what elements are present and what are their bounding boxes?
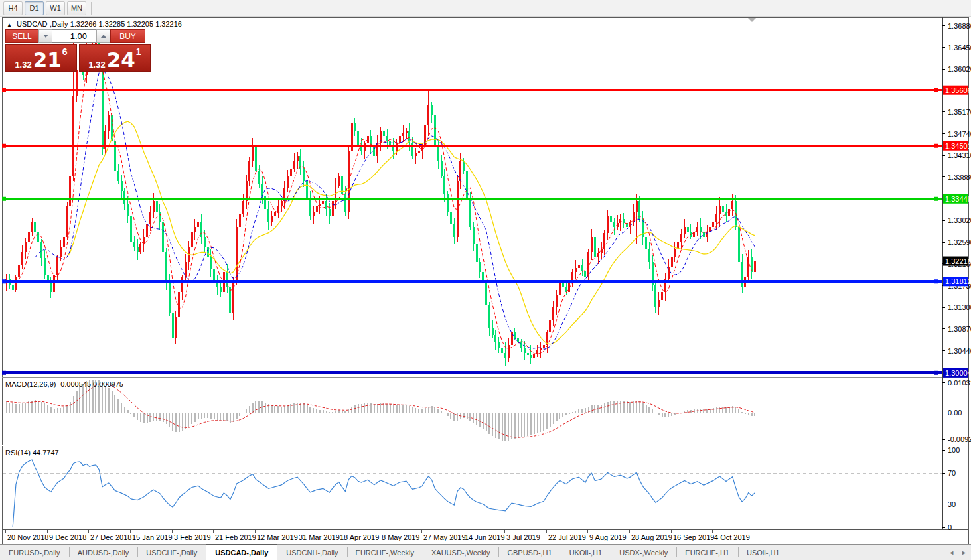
sell-button[interactable]: SELL	[5, 29, 38, 43]
svg-text:3 Feb 2019: 3 Feb 2019	[174, 533, 211, 541]
svg-text:31 Mar 2019: 31 Mar 2019	[299, 533, 340, 541]
svg-text:4 Oct 2019: 4 Oct 2019	[714, 533, 750, 541]
hline-anchor-right[interactable]	[934, 371, 938, 375]
terminal-window: 1.368801.364501.360201.351701.347401.343…	[0, 0, 971, 560]
svg-text:1.36020: 1.36020	[948, 65, 971, 73]
one-click-trading-panel: SELL 1.00 BUY 1.32 21 6 1.32 24 1	[5, 29, 151, 72]
symbol-tab-usdcnh-daily[interactable]: USDCNH-,Daily	[277, 545, 346, 560]
symbol-tab-bar: EURUSD-,DailyAUDUSD-,DailyUSDCHF-,DailyU…	[0, 544, 971, 560]
hline-anchor-right[interactable]	[934, 88, 938, 92]
chart-canvas[interactable]: 1.368801.364501.360201.351701.347401.343…	[0, 0, 971, 560]
symbol-tab-gbpusd-h1[interactable]: GBPUSD-,H1	[498, 545, 560, 560]
svg-text:1.36880: 1.36880	[948, 22, 971, 30]
svg-text:20 Nov 2018: 20 Nov 2018	[7, 533, 48, 541]
triangle-up-icon	[101, 35, 106, 38]
svg-text:18 Apr 2019: 18 Apr 2019	[340, 533, 379, 541]
timeframe-button-w1[interactable]: W1	[46, 1, 65, 15]
hline-anchor-left[interactable]	[2, 371, 6, 375]
svg-text:30: 30	[948, 500, 956, 508]
symbol-tab-eurusd-daily[interactable]: EURUSD-,Daily	[0, 545, 69, 560]
hline-anchor-right[interactable]	[934, 197, 938, 201]
symbol-tab-usoil-h1[interactable]: USOil-,H1	[738, 545, 788, 560]
svg-text:1.34310: 1.34310	[948, 151, 971, 159]
timeframe-button-mn[interactable]: MN	[67, 1, 86, 15]
chart-symbol-label: USDCAD-,Daily	[17, 20, 68, 28]
svg-text:28 Aug 2019: 28 Aug 2019	[631, 533, 672, 541]
sell-price-prefix: 1.32	[15, 60, 31, 70]
svg-text:1.30004: 1.30004	[945, 369, 971, 377]
hline-anchor-left[interactable]	[2, 197, 6, 201]
svg-text:0.00: 0.00	[948, 409, 962, 417]
buy-price-prefix: 1.32	[88, 60, 105, 70]
svg-text:27 Dec 2018: 27 Dec 2018	[90, 533, 131, 541]
svg-text:1.34740: 1.34740	[948, 130, 971, 138]
symbol-tab-eurchf-h1[interactable]: EURCHF-,H1	[676, 545, 738, 560]
symbol-tab-ukoil-h1[interactable]: UKOil-,H1	[561, 545, 611, 560]
symbol-tab-usdchf-daily[interactable]: USDCHF-,Daily	[137, 545, 206, 560]
timeframe-toolbar: H4D1W1MN	[0, 0, 971, 17]
tab-scroll-right-icon[interactable]: ►	[961, 549, 967, 556]
symbol-collapse-icon[interactable]: ▲	[7, 22, 12, 28]
svg-text:100: 100	[948, 446, 960, 454]
hline-anchor-right[interactable]	[934, 144, 938, 148]
chart-title: ▲ USDCAD-,Daily 1.32266 1.32285 1.32205 …	[7, 20, 182, 28]
symbol-tab-audusd-daily[interactable]: AUDUSD-,Daily	[69, 545, 138, 560]
svg-text:1.34501: 1.34501	[945, 142, 971, 150]
rsi-indicator-label: RSI(14) 44.7747	[5, 449, 59, 456]
sell-price-display[interactable]: 1.32 21 6	[5, 44, 77, 72]
svg-text:15 Jan 2019: 15 Jan 2019	[132, 533, 173, 541]
symbol-tab-xauusd-weekly[interactable]: XAUUSD-,Weekly	[423, 545, 498, 560]
buy-price-pip-digit: 1	[136, 42, 141, 62]
symbol-tab-usdx-weekly[interactable]: USDX-,Weekly	[611, 545, 676, 560]
svg-text:21 Feb 2019: 21 Feb 2019	[215, 533, 256, 541]
toolbar-separator	[91, 2, 92, 15]
svg-text:14 Jun 2019: 14 Jun 2019	[465, 533, 505, 541]
hline-anchor-right[interactable]	[934, 279, 938, 283]
sell-price-big-digits: 21	[33, 50, 62, 70]
svg-text:1.32590: 1.32590	[948, 238, 971, 246]
svg-text:70: 70	[948, 469, 956, 477]
svg-text:1.30440: 1.30440	[948, 347, 971, 355]
symbol-tab-eurchf-weekly[interactable]: EURCHF-,Weekly	[347, 545, 423, 560]
buy-price-big-digits: 24	[107, 50, 135, 70]
hline-anchor-left[interactable]	[2, 279, 6, 283]
macd-indicator-label: MACD(12,26,9) -0.000545 0.000975	[5, 380, 123, 388]
svg-text:1.33020: 1.33020	[948, 216, 971, 224]
tab-scroll-controls: ◄ ►	[948, 545, 967, 560]
svg-text:1.31300: 1.31300	[948, 303, 971, 311]
svg-text:22 Jul 2019: 22 Jul 2019	[548, 533, 586, 541]
svg-text:0: 0	[948, 524, 952, 531]
volume-decrease-button[interactable]	[38, 29, 52, 43]
volume-increase-button[interactable]	[96, 29, 110, 43]
svg-text:1.33449: 1.33449	[945, 195, 971, 203]
tab-scroll-left-icon[interactable]: ◄	[948, 549, 954, 556]
hline-anchor-left[interactable]	[2, 88, 6, 92]
svg-text:3 Jul 2019: 3 Jul 2019	[506, 533, 540, 541]
svg-text:1.35606: 1.35606	[945, 86, 971, 94]
svg-text:27 May 2019: 27 May 2019	[423, 533, 466, 541]
chart-ohlc-values: 1.32266 1.32285 1.32205 1.32216	[70, 20, 182, 28]
svg-text:1.32216: 1.32216	[945, 257, 971, 265]
svg-text:1.36450: 1.36450	[948, 44, 971, 52]
svg-text:16 Sep 2019: 16 Sep 2019	[673, 533, 714, 541]
svg-text:9 Dec 2018: 9 Dec 2018	[49, 533, 86, 541]
timeframe-button-d1[interactable]: D1	[25, 1, 44, 15]
buy-price-display[interactable]: 1.32 24 1	[79, 44, 151, 72]
sell-price-pip-digit: 6	[62, 42, 68, 62]
svg-text:9 Aug 2019: 9 Aug 2019	[589, 533, 627, 541]
svg-text:12 Mar 2019: 12 Mar 2019	[257, 533, 298, 541]
svg-text:8 May 2019: 8 May 2019	[382, 533, 419, 541]
svg-text:0.010311: 0.010311	[948, 379, 971, 387]
buy-button[interactable]: BUY	[110, 29, 145, 43]
timeframe-button-h4[interactable]: H4	[3, 1, 23, 15]
svg-text:-0.009203: -0.009203	[948, 435, 971, 443]
triangle-down-icon	[43, 35, 48, 38]
svg-text:1.30870: 1.30870	[948, 325, 971, 333]
svg-text:1.33880: 1.33880	[948, 173, 971, 181]
hline-anchor-left[interactable]	[2, 144, 6, 148]
symbol-tab-usdcad-daily[interactable]: USDCAD-,Daily	[206, 544, 277, 560]
volume-input[interactable]: 1.00	[52, 29, 96, 43]
svg-text:1.31812: 1.31812	[945, 277, 971, 285]
svg-text:1.35170: 1.35170	[948, 108, 971, 116]
